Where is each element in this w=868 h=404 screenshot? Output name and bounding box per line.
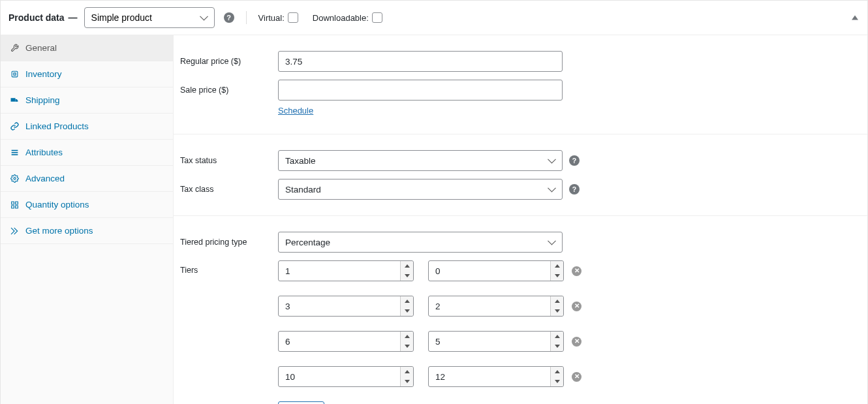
tiered-type-select[interactable]: Percentage xyxy=(278,232,563,253)
panel-header: Product data — Simple product ? Virtual:… xyxy=(1,1,867,35)
spinner-down-icon[interactable] xyxy=(401,377,413,386)
sidebar-item-quantity[interactable]: Quantity options xyxy=(1,192,173,218)
spinner-down-icon[interactable] xyxy=(551,271,563,281)
help-icon[interactable]: ? xyxy=(569,184,580,194)
tier-value-input[interactable] xyxy=(428,260,564,281)
tier-qty-input[interactable] xyxy=(278,296,414,317)
tax-status-label: Tax status xyxy=(180,156,278,165)
tier-value-spinner-buttons xyxy=(550,261,563,281)
tiers-wrap: ✕✕✕✕Add tier xyxy=(278,260,581,404)
spinner-down-icon[interactable] xyxy=(401,306,413,316)
tax-class-row: Tax class Standard ? xyxy=(174,175,867,204)
tier-value-spinner xyxy=(428,260,564,281)
spinner-up-icon[interactable] xyxy=(551,296,563,306)
sidebar-item-attributes[interactable]: Attributes xyxy=(1,140,173,166)
regular-price-input[interactable] xyxy=(278,51,563,72)
add-tier-button[interactable]: Add tier xyxy=(278,401,324,404)
tax-status-select[interactable]: Taxable xyxy=(278,150,563,171)
remove-tier-icon[interactable]: ✕ xyxy=(572,372,581,382)
tier-row: ✕ xyxy=(278,331,581,352)
tier-value-input[interactable] xyxy=(428,296,564,317)
svg-rect-1 xyxy=(10,98,15,101)
spinner-down-icon[interactable] xyxy=(551,377,563,386)
spinner-down-icon[interactable] xyxy=(551,341,563,351)
tier-qty-input[interactable] xyxy=(278,366,414,387)
spinner-down-icon[interactable] xyxy=(401,341,413,351)
tiered-pricing-section: Tiered pricing type Percentage Tiers ✕✕✕… xyxy=(174,216,867,404)
remove-tier-icon[interactable]: ✕ xyxy=(572,266,581,276)
attributes-icon xyxy=(10,148,19,157)
tier-value-spinner-buttons xyxy=(550,296,563,316)
tier-qty-input[interactable] xyxy=(278,260,414,281)
svg-rect-8 xyxy=(11,206,14,208)
spinner-up-icon[interactable] xyxy=(551,332,563,341)
side-tabs: GeneralInventoryShippingLinked ProductsA… xyxy=(1,35,174,404)
virtual-checkbox[interactable] xyxy=(288,12,298,23)
spinner-down-icon[interactable] xyxy=(401,271,413,281)
panel-collapse-toggle-icon[interactable] xyxy=(852,16,858,20)
svg-rect-0 xyxy=(12,71,18,77)
tiered-type-label: Tiered pricing type xyxy=(180,238,278,247)
tier-qty-spinner xyxy=(278,331,414,352)
sale-price-label: Sale price ($) xyxy=(180,85,278,95)
product-type-select[interactable]: Simple product xyxy=(84,7,215,28)
sidebar-item-label: Get more options xyxy=(25,226,93,236)
sidebar-item-label: Shipping xyxy=(25,95,60,105)
tax-class-label: Tax class xyxy=(180,185,278,194)
tier-value-spinner xyxy=(428,296,564,317)
sale-price-row: Sale price ($) xyxy=(174,76,867,104)
spinner-up-icon[interactable] xyxy=(401,296,413,306)
tax-status-row: Tax status Taxable ? xyxy=(174,146,867,175)
tiers-label: Tiers xyxy=(180,260,278,275)
tier-value-input[interactable] xyxy=(428,366,564,387)
tier-value-spinner-buttons xyxy=(550,367,563,386)
add-tier-row: Add tier xyxy=(278,401,581,404)
sidebar-item-shipping[interactable]: Shipping xyxy=(1,87,173,114)
sidebar-item-linked[interactable]: Linked Products xyxy=(1,114,173,140)
tax-class-select[interactable]: Standard xyxy=(278,179,563,200)
tier-qty-input[interactable] xyxy=(278,331,414,352)
help-icon[interactable]: ? xyxy=(569,155,580,166)
tier-qty-spinner xyxy=(278,296,414,317)
downloadable-checkbox-group: Downloadable: xyxy=(313,12,382,23)
sale-price-input[interactable] xyxy=(278,80,563,101)
schedule-row: Schedule xyxy=(174,104,867,122)
tiers-row: Tiers ✕✕✕✕Add tier xyxy=(174,256,867,404)
spinner-down-icon[interactable] xyxy=(551,306,563,316)
tier-value-spinner-buttons xyxy=(550,332,563,351)
remove-tier-icon[interactable]: ✕ xyxy=(572,302,581,311)
quantity-icon xyxy=(10,200,19,210)
sidebar-item-more[interactable]: Get more options xyxy=(1,218,173,244)
header-divider xyxy=(246,11,247,24)
inventory-icon xyxy=(10,70,19,79)
tier-row: ✕ xyxy=(278,260,581,281)
regular-price-label: Regular price ($) xyxy=(180,57,278,66)
spinner-up-icon[interactable] xyxy=(551,367,563,377)
spinner-up-icon[interactable] xyxy=(401,367,413,377)
tier-qty-spinner-buttons xyxy=(400,367,413,386)
help-icon[interactable]: ? xyxy=(224,12,234,23)
shipping-icon xyxy=(10,96,19,105)
spinner-up-icon[interactable] xyxy=(551,261,563,271)
tier-qty-spinner-buttons xyxy=(400,261,413,281)
spinner-up-icon[interactable] xyxy=(401,332,413,341)
sidebar-item-advanced[interactable]: Advanced xyxy=(1,166,173,192)
product-data-panel: Product data — Simple product ? Virtual:… xyxy=(0,0,868,404)
more-icon xyxy=(10,226,19,236)
panel-body: GeneralInventoryShippingLinked ProductsA… xyxy=(1,35,867,404)
schedule-link[interactable]: Schedule xyxy=(278,106,313,116)
remove-tier-icon[interactable]: ✕ xyxy=(572,337,581,347)
sidebar-item-label: General xyxy=(25,43,57,53)
virtual-checkbox-group: Virtual: xyxy=(258,12,298,23)
regular-price-row: Regular price ($) xyxy=(174,47,867,76)
tier-qty-spinner-buttons xyxy=(400,332,413,351)
advanced-icon xyxy=(10,174,19,183)
downloadable-label: Downloadable: xyxy=(313,13,369,23)
sidebar-item-inventory[interactable]: Inventory xyxy=(1,61,173,87)
tier-row: ✕ xyxy=(278,296,581,317)
tier-value-input[interactable] xyxy=(428,331,564,352)
downloadable-checkbox[interactable] xyxy=(372,12,382,23)
tier-qty-spinner xyxy=(278,260,414,281)
sidebar-item-general[interactable]: General xyxy=(1,35,173,61)
spinner-up-icon[interactable] xyxy=(401,261,413,271)
